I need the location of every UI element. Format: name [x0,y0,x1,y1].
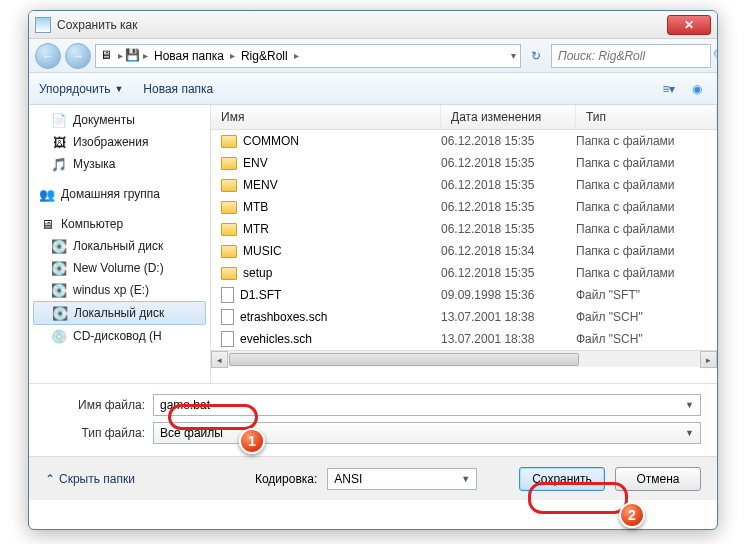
file-type: Папка с файлами [576,156,717,170]
sidebar-item-localdisk[interactable]: 💽Локальный диск [29,235,210,257]
chevron-down-icon[interactable]: ▾ [511,50,516,61]
hide-folders-link[interactable]: ⌃Скрыть папки [45,472,135,486]
file-row[interactable]: MTB06.12.2018 15:35Папка с файлами [211,196,717,218]
file-type: Файл "SCH" [576,332,717,346]
breadcrumb-segment[interactable]: Новая папка [150,49,228,63]
computer-icon: 🖥 [100,48,116,64]
file-name: ENV [243,156,268,170]
file-row[interactable]: D1.SFT09.09.1998 15:36Файл "SFT" [211,284,717,306]
file-row[interactable]: MUSIC06.12.2018 15:34Папка с файлами [211,240,717,262]
filetype-label: Тип файла: [45,426,145,440]
drive-icon: 💽 [51,282,67,298]
folder-icon [221,245,237,258]
chevron-down-icon: ▼ [114,84,123,94]
search-box[interactable]: 🔍 [551,44,711,68]
filetype-select[interactable]: Все файлы▼ [153,422,701,444]
file-date: 06.12.2018 15:35 [441,134,576,148]
drive-icon: 💽 [52,305,68,321]
view-options-button[interactable]: ≡▾ [659,81,679,97]
file-name: MUSIC [243,244,282,258]
close-button[interactable]: ✕ [667,15,711,35]
folder-icon [221,179,237,192]
sidebar-item-documents[interactable]: 📄Документы [29,109,210,131]
sidebar: 📄Документы 🖼Изображения 🎵Музыка 👥Домашня… [29,105,211,383]
encoding-label: Кодировка: [255,472,317,486]
sidebar-item-images[interactable]: 🖼Изображения [29,131,210,153]
file-name: D1.SFT [240,288,281,302]
file-row[interactable]: setup06.12.2018 15:35Папка с файлами [211,262,717,284]
breadcrumb-segment[interactable]: Rig&Roll [237,49,292,63]
folder-icon [221,267,237,280]
folder-icon [221,157,237,170]
filename-label: Имя файла: [45,398,145,412]
file-row[interactable]: COMMON06.12.2018 15:35Папка с файлами [211,130,717,152]
chevron-down-icon[interactable]: ▼ [685,400,694,410]
save-as-dialog: Сохранить как ✕ ← → 🖥 ▸ 💾 ▸ Новая папка … [28,10,718,530]
cancel-button[interactable]: Отмена [615,467,701,491]
sidebar-item-cdrom[interactable]: 💿CD-дисковод (H [29,325,210,347]
sidebar-item-music[interactable]: 🎵Музыка [29,153,210,175]
file-type: Файл "SFT" [576,288,717,302]
file-type: Папка с файлами [576,244,717,258]
filename-input[interactable]: game.bat▼ [153,394,701,416]
back-button[interactable]: ← [35,43,61,69]
close-icon: ✕ [684,18,694,32]
file-row[interactable]: evehicles.sch13.07.2001 18:38Файл "SCH" [211,328,717,350]
nav-bar: ← → 🖥 ▸ 💾 ▸ Новая папка ▸ Rig&Roll ▸ ▾ ↻… [29,39,717,73]
sidebar-item-computer[interactable]: 🖥Компьютер [29,213,210,235]
cd-icon: 💿 [51,328,67,344]
file-date: 06.12.2018 15:34 [441,244,576,258]
sidebar-item-windus-xp[interactable]: 💽windus xp (E:) [29,279,210,301]
scroll-right-icon[interactable]: ▸ [700,351,717,368]
file-date: 06.12.2018 15:35 [441,156,576,170]
sidebar-item-volume-d[interactable]: 💽New Volume (D:) [29,257,210,279]
file-name: evehicles.sch [240,332,312,346]
column-date[interactable]: Дата изменения [441,105,576,129]
images-icon: 🖼 [51,134,67,150]
column-type[interactable]: Тип [576,105,717,129]
file-row[interactable]: etrashboxes.sch13.07.2001 18:38Файл "SCH… [211,306,717,328]
chevron-down-icon: ▼ [685,428,694,438]
file-type: Папка с файлами [576,178,717,192]
window-title: Сохранить как [57,18,667,32]
search-input[interactable] [558,49,709,63]
scrollbar-thumb[interactable] [229,353,579,366]
form-area: Имя файла: game.bat▼ Тип файла: Все файл… [29,383,717,456]
save-button[interactable]: Сохранить [519,467,605,491]
file-row[interactable]: MENV06.12.2018 15:35Папка с файлами [211,174,717,196]
sidebar-item-localdisk-selected[interactable]: 💽Локальный диск [33,301,206,325]
chevron-up-icon: ⌃ [45,472,55,486]
computer-icon: 🖥 [39,216,55,232]
breadcrumb[interactable]: 🖥 ▸ 💾 ▸ Новая папка ▸ Rig&Roll ▸ ▾ [95,44,521,68]
drive-icon: 💽 [51,238,67,254]
homegroup-icon: 👥 [39,186,55,202]
file-name: setup [243,266,272,280]
refresh-button[interactable]: ↻ [525,45,547,67]
new-folder-button[interactable]: Новая папка [143,82,213,96]
file-row[interactable]: MTR06.12.2018 15:35Папка с файлами [211,218,717,240]
chevron-right-icon: ▸ [230,50,235,61]
file-row[interactable]: ENV06.12.2018 15:35Папка с файлами [211,152,717,174]
scroll-left-icon[interactable]: ◂ [211,351,228,368]
window-icon [35,17,51,33]
encoding-select[interactable]: ANSI▼ [327,468,477,490]
file-type: Папка с файлами [576,200,717,214]
file-date: 13.07.2001 18:38 [441,332,576,346]
column-name[interactable]: Имя [211,105,441,129]
file-date: 13.07.2001 18:38 [441,310,576,324]
folder-icon [221,223,237,236]
file-name: etrashboxes.sch [240,310,327,324]
organize-menu[interactable]: Упорядочить ▼ [39,82,123,96]
chevron-right-icon: ▸ [118,50,123,61]
file-name: MTB [243,200,268,214]
help-button[interactable]: ◉ [687,81,707,97]
file-date: 06.12.2018 15:35 [441,222,576,236]
sidebar-item-homegroup[interactable]: 👥Домашняя группа [29,183,210,205]
music-icon: 🎵 [51,156,67,172]
file-type: Папка с файлами [576,222,717,236]
horizontal-scrollbar[interactable]: ◂ ▸ [211,350,717,367]
folder-icon [221,201,237,214]
document-icon: 📄 [51,112,67,128]
forward-button[interactable]: → [65,43,91,69]
file-name: MTR [243,222,269,236]
